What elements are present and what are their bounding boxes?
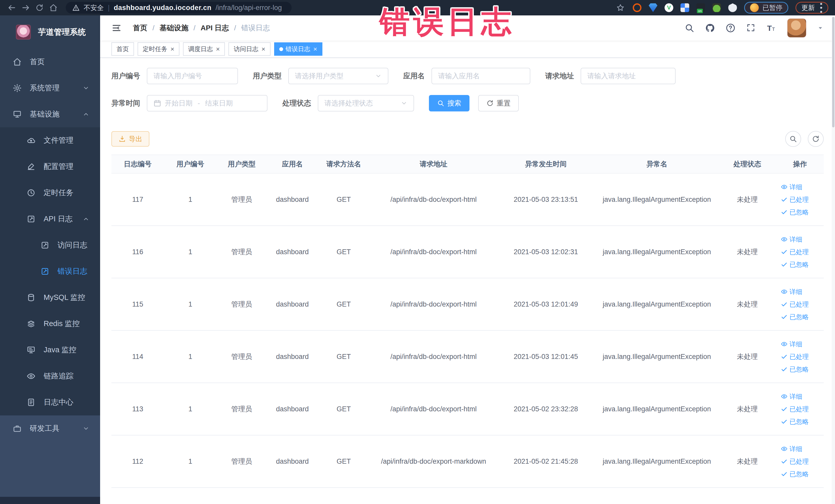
request-url-input[interactable] bbox=[587, 72, 669, 80]
cell-actions: 详细已处理已忽略 bbox=[775, 340, 825, 374]
github-icon[interactable] bbox=[705, 23, 715, 33]
date-range-picker[interactable]: 开始日期 - 结束日期 bbox=[147, 95, 267, 112]
tags-bar: 首页定时任务×调度日志×访问日志×错误日志× bbox=[100, 41, 835, 58]
sidebar-item-redis-monitor[interactable]: Redis 监控 bbox=[0, 311, 100, 337]
forward-icon[interactable] bbox=[21, 3, 31, 13]
sidebar-item-label: 定时任务 bbox=[44, 188, 74, 198]
address-bar[interactable]: 不安全 | dashboard.yudao.iocoder.cn/infra/l… bbox=[66, 2, 291, 14]
tab-home[interactable]: 首页 bbox=[111, 42, 134, 56]
action-ignored-link[interactable]: 已忽略 bbox=[781, 260, 809, 269]
bookmark-star-icon[interactable] bbox=[615, 3, 626, 13]
tab-close-icon[interactable]: × bbox=[261, 46, 265, 53]
sidebar-item-api-logs[interactable]: API 日志 bbox=[0, 206, 100, 232]
hide-search-button[interactable] bbox=[785, 131, 801, 147]
action-processed-link[interactable]: 已处理 bbox=[781, 195, 809, 204]
search-icon[interactable] bbox=[685, 23, 694, 33]
action-detail-link[interactable]: 详细 bbox=[781, 340, 802, 348]
process-status-input[interactable] bbox=[324, 99, 397, 107]
sidebar-item-system-management[interactable]: 系统管理 bbox=[0, 75, 100, 101]
action-processed-link[interactable]: 已处理 bbox=[781, 457, 809, 466]
user-type-input[interactable] bbox=[295, 72, 371, 80]
process-status-select[interactable] bbox=[318, 95, 414, 112]
tab-scheduled-tasks[interactable]: 定时任务× bbox=[138, 42, 179, 56]
action-processed-link[interactable]: 已处理 bbox=[781, 405, 809, 414]
tab-access-log[interactable]: 访问日志× bbox=[228, 42, 270, 56]
hamburger-icon[interactable] bbox=[111, 23, 122, 33]
search-button[interactable]: 搜索 bbox=[429, 95, 469, 112]
sidebar-item-dev-tools[interactable]: 研发工具 bbox=[0, 416, 100, 442]
end-date-placeholder[interactable]: 结束日期 bbox=[205, 99, 233, 108]
sidebar-item-error-log[interactable]: 错误日志 bbox=[0, 258, 100, 284]
back-icon[interactable] bbox=[7, 3, 17, 13]
action-detail-link[interactable]: 详细 bbox=[781, 445, 802, 453]
action-ignored-link[interactable]: 已忽略 bbox=[781, 313, 809, 321]
extension-icon-orange[interactable] bbox=[633, 3, 641, 12]
tab-close-icon[interactable]: × bbox=[216, 46, 220, 53]
action-detail-link[interactable]: 详细 bbox=[781, 392, 802, 401]
sidebar-item-scheduled-tasks[interactable]: 定时任务 bbox=[0, 180, 100, 206]
extension-icon-sprout[interactable] bbox=[712, 3, 721, 12]
extension-icon-blue-shield[interactable] bbox=[649, 3, 657, 12]
extension-icon-grid[interactable] bbox=[680, 3, 689, 12]
chevron-down-icon bbox=[83, 85, 89, 92]
export-button[interactable]: 导出 bbox=[111, 131, 149, 147]
sidebar-item-home[interactable]: 首页 bbox=[0, 49, 100, 75]
user-type-select[interactable] bbox=[288, 68, 388, 84]
home-nav-icon[interactable] bbox=[48, 3, 59, 13]
browser-toolbar-right: V on 已暂停 更新 ••• bbox=[615, 2, 828, 14]
sidebar-item-link-tracing[interactable]: 链路追踪 bbox=[0, 363, 100, 389]
browser-update-button[interactable]: 更新 ••• bbox=[795, 2, 828, 14]
action-detail-link[interactable]: 详细 bbox=[781, 183, 802, 191]
action-ignored-link[interactable]: 已忽略 bbox=[781, 470, 809, 478]
page-scrollbar[interactable] bbox=[832, 15, 835, 504]
action-label: 已忽略 bbox=[790, 313, 809, 321]
tab-close-icon[interactable]: × bbox=[313, 46, 317, 53]
action-processed-link[interactable]: 已处理 bbox=[781, 300, 809, 309]
sidebar-item-file-management[interactable]: 文件管理 bbox=[0, 127, 100, 154]
start-date-placeholder[interactable]: 开始日期 bbox=[165, 99, 192, 108]
action-processed-link[interactable]: 已处理 bbox=[781, 248, 809, 256]
fullscreen-icon[interactable] bbox=[746, 23, 756, 33]
sidebar-item-java-monitor[interactable]: Java 监控 bbox=[0, 337, 100, 363]
app-name-input[interactable] bbox=[438, 72, 524, 80]
app-logo-row[interactable]: 芋道管理系统 bbox=[0, 15, 100, 49]
briefcase-icon bbox=[13, 424, 22, 433]
tab-error-log[interactable]: 错误日志× bbox=[274, 42, 322, 56]
action-detail-link[interactable]: 详细 bbox=[781, 235, 802, 244]
breadcrumb-infrastructure[interactable]: 基础设施 bbox=[160, 23, 188, 33]
breadcrumb-api-logs[interactable]: API 日志 bbox=[201, 23, 229, 33]
tab-schedule-log[interactable]: 调度日志× bbox=[183, 42, 225, 56]
action-detail-link[interactable]: 详细 bbox=[781, 287, 802, 296]
filter-exception-time: 异常时间 开始日期 - 结束日期 bbox=[111, 95, 267, 112]
extension-icon-dark-on[interactable]: on bbox=[696, 3, 705, 12]
sidebar-item-infrastructure[interactable]: 基础设施 bbox=[0, 101, 100, 127]
user-avatar[interactable] bbox=[787, 19, 806, 38]
action-ignored-link[interactable]: 已忽略 bbox=[781, 208, 809, 217]
sidebar-item-config-management[interactable]: 配置管理 bbox=[0, 154, 100, 180]
profile-paused-badge[interactable]: 已暂停 bbox=[744, 2, 788, 14]
sidebar-item-label: 配置管理 bbox=[44, 161, 74, 172]
user-id-input[interactable] bbox=[154, 72, 231, 80]
breadcrumb-home[interactable]: 首页 bbox=[133, 23, 147, 33]
extension-icon-green-check[interactable]: V bbox=[665, 3, 673, 12]
action-ignored-link[interactable]: 已忽略 bbox=[781, 418, 809, 426]
action-ignored-link[interactable]: 已忽略 bbox=[781, 365, 809, 374]
cell-log-id: 115 bbox=[111, 300, 164, 308]
caret-down-icon[interactable] bbox=[817, 25, 824, 31]
cell-method: GET bbox=[318, 248, 369, 256]
reset-button[interactable]: 重置 bbox=[478, 95, 519, 112]
reload-icon[interactable] bbox=[34, 3, 45, 13]
browser-menu-icon[interactable]: ••• bbox=[820, 2, 822, 14]
action-processed-link[interactable]: 已处理 bbox=[781, 352, 809, 361]
sidebar-item-log-center[interactable]: 日志中心 bbox=[0, 389, 100, 416]
help-icon[interactable] bbox=[726, 23, 735, 33]
tab-close-icon[interactable]: × bbox=[170, 46, 174, 53]
font-size-icon[interactable]: TT bbox=[767, 23, 776, 33]
security-label[interactable]: 不安全 bbox=[84, 3, 104, 12]
refresh-table-button[interactable] bbox=[808, 131, 824, 147]
scrollbar-thumb[interactable] bbox=[832, 17, 834, 127]
sidebar-item-access-log[interactable]: 访问日志 bbox=[0, 232, 100, 258]
sidebar-item-mysql-monitor[interactable]: MySQL 监控 bbox=[0, 284, 100, 311]
extension-icon-puzzle[interactable] bbox=[728, 3, 737, 12]
log-edit-icon bbox=[41, 267, 49, 276]
